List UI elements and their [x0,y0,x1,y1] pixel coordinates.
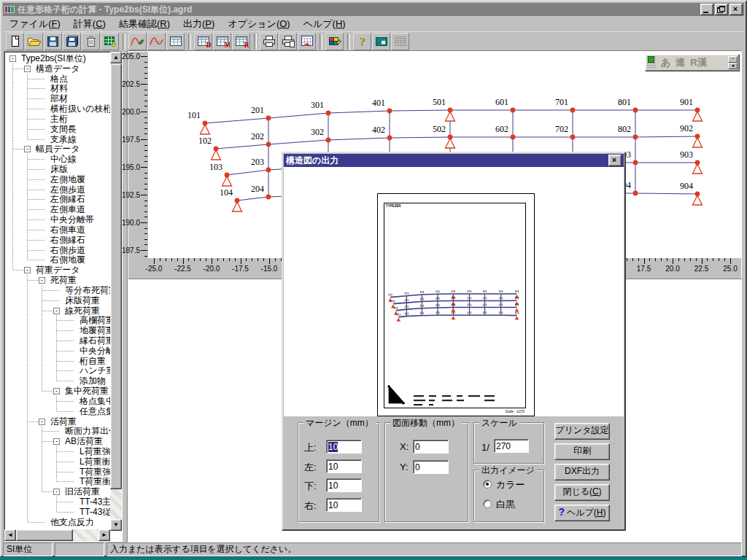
tree-item[interactable]: 等分布死荷重 [6,285,110,295]
tree-item[interactable]: -集中死荷重 [6,386,110,396]
tree-item[interactable]: 縁石荷重 [6,335,110,346]
menu-h[interactable]: ヘルプ(H) [297,16,352,32]
tree-item[interactable]: 床版 [6,164,110,174]
node-402[interactable] [387,136,392,141]
save-multi-button[interactable] [63,33,81,50]
ime-collapse-button[interactable]: ◂ [728,63,738,69]
tree-item[interactable]: 床版荷重 [6,295,110,306]
table-r-button[interactable]: R [232,33,250,50]
node-104[interactable] [235,198,240,203]
node-501[interactable] [448,108,453,113]
help-button[interactable]: ? [353,33,371,50]
margin-bottom-input[interactable]: 10 [326,478,362,492]
table-m-button[interactable]: M [213,33,231,50]
node-201[interactable] [266,116,271,121]
node-701[interactable] [570,108,576,113]
print-button[interactable] [260,33,278,50]
print-button[interactable]: 印刷 [554,443,610,460]
tree-item[interactable]: 中央分離帯 [6,214,110,225]
node-302[interactable] [326,138,331,143]
tree-expand-toggle[interactable]: - [53,489,60,495]
tree-expand-toggle[interactable]: - [53,388,60,394]
ime-minimize-button[interactable]: － [728,56,738,63]
node-804[interactable] [633,191,638,196]
tree-item[interactable]: -線死荷重 [6,306,110,316]
tree-item[interactable]: 格点集中荷重 [6,396,110,406]
tree-expand-toggle[interactable]: - [53,308,60,314]
offset-y-input[interactable]: 0 [413,460,449,474]
tree-expand-toggle[interactable]: - [39,419,45,425]
new-button[interactable] [6,33,24,50]
grid-disabled-button[interactable] [391,33,409,50]
tree-item[interactable]: TT-43従載荷 [6,507,110,517]
panel-view-button[interactable] [372,33,390,50]
menu-r[interactable]: 結果確認(R) [112,16,177,32]
margin-right-input[interactable]: 10 [326,498,362,512]
tree-item[interactable]: 地覆荷重 [6,325,110,335]
curve-view-button[interactable] [147,33,166,50]
save-button[interactable] [44,33,62,50]
ime-kanji-label[interactable]: R漢 [690,56,706,69]
tree-horizontal-scrollbar[interactable]: ◄► [4,529,110,541]
node-901[interactable] [695,108,700,113]
open-button[interactable] [25,33,43,50]
tree-hscroll-thumb[interactable] [16,529,73,541]
node-903[interactable] [695,160,700,166]
tree-item[interactable]: ハンチ重量 [6,365,110,376]
tree-item[interactable]: T荷重衝撃 [6,476,110,486]
print-preview-button[interactable] [279,33,297,50]
node-803[interactable] [633,160,638,166]
tree-expand-toggle[interactable]: - [24,267,31,273]
output-image-radio-mono[interactable] [483,499,492,508]
scale-input[interactable]: 270 [494,439,529,453]
curve-edit-button[interactable] [128,33,147,50]
menu-c[interactable]: 計算(C) [67,16,112,32]
tree-item[interactable]: 任意点集中荷重 [6,406,110,416]
tree-item[interactable]: 材料 [6,83,110,93]
tree-item[interactable]: 右側車道 [6,225,110,235]
tree-item[interactable]: -Type2bs(SI単位) [6,53,110,63]
ime-grip-handle[interactable] [647,56,656,69]
tree-item[interactable]: 右側歩道 [6,245,110,255]
tree-expand-toggle[interactable]: - [24,66,31,72]
palette-edit-button[interactable] [325,33,344,50]
tree-item[interactable]: 横桁扱いの枝桁 [6,104,110,114]
node-103[interactable] [225,173,230,178]
tree-item[interactable]: 支間長 [6,124,110,134]
node-801[interactable] [633,108,638,113]
tree-item[interactable]: -活荷重 [6,416,110,427]
node-202[interactable] [266,142,271,147]
node-602[interactable] [511,135,516,140]
delete-button[interactable] [82,33,100,50]
tree-item[interactable]: -旧活荷重 [6,486,110,497]
tree-item[interactable]: -死荷重 [6,275,110,285]
node-203[interactable] [266,168,271,173]
tree-item[interactable]: T荷重強度 [6,467,110,477]
output-image-radio-color[interactable] [483,480,492,489]
tree-item[interactable]: 左側地覆 [6,174,110,184]
margin-top-input[interactable]: 10 [326,440,362,454]
tree-item[interactable]: 部材 [6,93,110,104]
node-204[interactable] [266,195,271,200]
help-button[interactable]: ?ヘルプ(H) [554,505,610,521]
tree-item[interactable]: 左側歩道 [6,184,110,195]
tree-item[interactable]: 中央分離帯 [6,346,110,356]
tree-item[interactable]: 右側縁石 [6,235,110,245]
tree-vscroll-thumb[interactable] [110,63,122,489]
node-101[interactable] [203,121,208,126]
tree-expand-toggle[interactable]: - [53,438,60,445]
tree-item[interactable]: 中心線 [6,154,110,164]
ime-mode-label[interactable]: あ [661,56,670,69]
tree-item[interactable]: 格点 [6,74,110,84]
menu-f[interactable]: ファイル(F) [3,16,67,32]
dxf-output-button[interactable]: DXF出力 [554,464,610,481]
tree-item[interactable]: TT-43主載荷 [6,497,110,507]
node-702[interactable] [570,135,576,140]
menu-p[interactable]: 出力(P) [177,16,221,32]
tree-scroll-left-button[interactable]: ◄ [4,529,16,541]
close-button[interactable]: 閉じる(C) [554,484,610,501]
node-802[interactable] [633,135,638,140]
tree-expand-toggle[interactable]: - [24,146,31,152]
node-401[interactable] [387,109,392,114]
node-102[interactable] [214,147,219,152]
